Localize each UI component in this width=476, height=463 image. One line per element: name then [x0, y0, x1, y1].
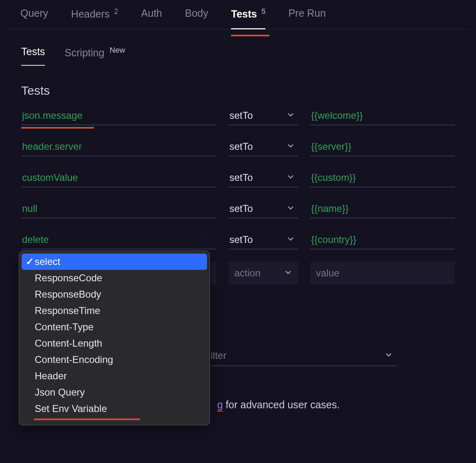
test-field-input[interactable]: [21, 200, 216, 218]
select-label: setTo: [229, 110, 253, 121]
dropdown-item-responsecode[interactable]: ResponseCode: [22, 270, 207, 286]
select-label: setTo: [229, 203, 253, 214]
test-row: setTo {{server}}: [21, 138, 455, 156]
test-row: setTo {{name}}: [21, 200, 455, 218]
active-indicator: [231, 35, 269, 36]
chevron-down-icon: [284, 267, 292, 279]
chevron-down-icon: [287, 235, 295, 245]
test-action-select[interactable]: action: [229, 262, 298, 285]
dropdown-item-responsetime[interactable]: ResponseTime: [22, 303, 207, 319]
tab-tests[interactable]: Tests 5: [231, 7, 265, 29]
chevron-down-icon: [287, 142, 295, 151]
test-value[interactable]: {{custom}}: [310, 169, 455, 187]
test-value[interactable]: {{welcome}}: [310, 107, 455, 125]
test-action-select[interactable]: setTo: [229, 138, 298, 156]
tab-auth[interactable]: Auth: [141, 7, 162, 29]
test-action-select[interactable]: setTo: [229, 231, 298, 249]
test-value[interactable]: {{name}}: [310, 200, 455, 218]
tab-label: Pre Run: [288, 7, 326, 19]
tab-query[interactable]: Query: [20, 7, 48, 29]
dropdown-item-label: Content-Type: [35, 321, 93, 333]
filter-label: ilter: [211, 350, 227, 361]
test-action-select[interactable]: setTo: [229, 169, 298, 187]
dropdown-item-json-query[interactable]: Json Query: [22, 384, 207, 401]
test-action-select[interactable]: setTo: [229, 107, 298, 125]
dropdown-item-label: Content-Length: [35, 338, 102, 349]
tab-body[interactable]: Body: [185, 7, 208, 29]
select-label: action: [234, 267, 260, 279]
tab-label: Tests: [231, 8, 257, 20]
tab-label: Query: [20, 7, 48, 19]
chevron-down-icon: [385, 350, 393, 361]
tab-pre-run[interactable]: Pre Run: [288, 7, 326, 29]
tab-label: Headers: [71, 8, 110, 20]
sub-tab-tests[interactable]: Tests: [21, 46, 45, 65]
test-value-placeholder[interactable]: value: [310, 262, 455, 285]
test-row: setTo {{custom}}: [21, 169, 455, 187]
dropdown-item-label: Json Query: [35, 387, 85, 398]
dropdown-item-label: ResponseBody: [35, 289, 101, 300]
dropdown-item-responsebody[interactable]: ResponseBody: [22, 286, 207, 303]
dropdown-item-label: Header: [35, 370, 67, 382]
tab-badge: 2: [114, 7, 118, 16]
tab-label: Body: [185, 7, 208, 19]
test-field-input[interactable]: [21, 169, 216, 187]
sub-tab-scripting[interactable]: Scripting New: [65, 46, 125, 65]
dropdown-item-content-length[interactable]: Content-Length: [22, 335, 207, 352]
new-badge: New: [110, 46, 125, 54]
chevron-down-icon: [287, 204, 295, 214]
test-value[interactable]: {{country}}: [310, 231, 455, 249]
dropdown-item-label: ResponseTime: [35, 305, 100, 316]
tab-badge: 5: [261, 7, 265, 16]
hint-rest: for advanced user cases.: [223, 399, 340, 410]
test-action-select[interactable]: setTo: [229, 200, 298, 218]
dropdown-item-content-type[interactable]: Content-Type: [22, 319, 207, 335]
dropdown-item-label: Set Env Variable: [35, 403, 107, 414]
dropdown-item-set-env-variable[interactable]: Set Env Variable: [22, 401, 207, 417]
test-field-input[interactable]: [21, 231, 216, 249]
tab-label: Auth: [141, 7, 162, 19]
test-value[interactable]: {{server}}: [310, 138, 455, 156]
hint-text: g for advanced user cases.: [217, 399, 455, 411]
dropdown-item-content-encoding[interactable]: Content-Encoding: [22, 352, 207, 368]
test-field-input[interactable]: [21, 138, 216, 156]
dropdown-item-label: select: [35, 256, 60, 267]
sub-tab-label: Scripting: [65, 47, 104, 59]
dropdown-item-select[interactable]: select: [22, 254, 207, 270]
field-dropdown: select ResponseCode ResponseBody Respons…: [19, 251, 210, 425]
dropdown-item-header[interactable]: Header: [22, 368, 207, 384]
test-row: setTo {{welcome}}: [21, 107, 455, 125]
chevron-down-icon: [287, 173, 295, 183]
chevron-down-icon: [287, 111, 295, 120]
select-label: setTo: [229, 172, 253, 183]
dropdown-underline: [34, 418, 140, 420]
section-heading: Tests: [7, 66, 469, 107]
select-label: setTo: [229, 234, 253, 245]
test-field-input[interactable]: [21, 107, 216, 125]
check-icon: [26, 256, 35, 267]
filter-select[interactable]: ilter: [209, 346, 397, 366]
dropdown-item-label: ResponseCode: [35, 272, 102, 284]
select-label: setTo: [229, 141, 253, 152]
dropdown-item-label: Content-Encoding: [35, 354, 113, 365]
tab-headers[interactable]: Headers 2: [71, 7, 118, 29]
hint-link[interactable]: g: [217, 399, 223, 410]
top-tab-bar: Query Headers 2 Auth Body Tests 5 Pre Ru…: [7, 0, 469, 29]
test-row: setTo {{country}}: [21, 231, 455, 249]
sub-tab-label: Tests: [21, 46, 45, 57]
